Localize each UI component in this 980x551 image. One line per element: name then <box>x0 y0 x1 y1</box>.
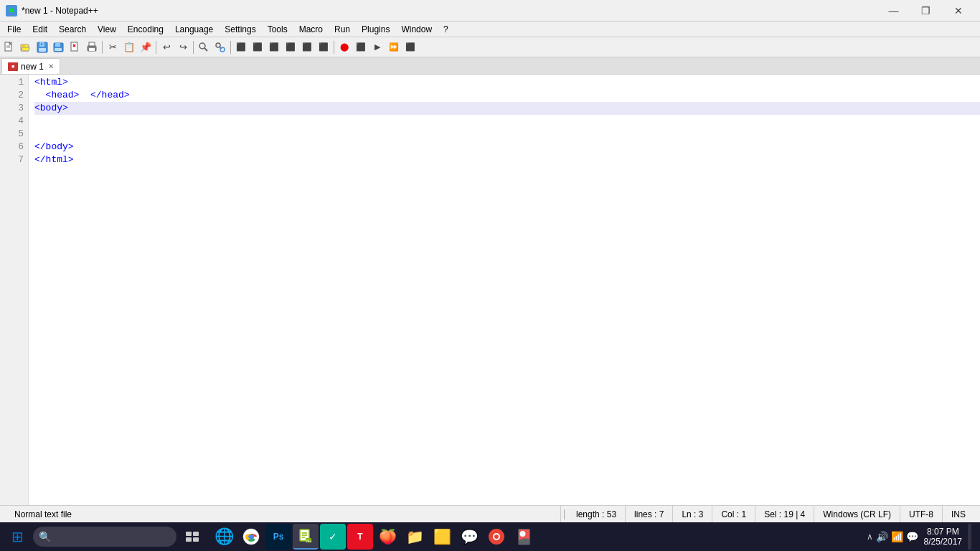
app-icon: N <box>6 5 17 17</box>
svg-point-19 <box>199 43 205 49</box>
bookmark-button[interactable]: ⬛ <box>316 39 331 55</box>
macro-save-button[interactable]: ⬛ <box>402 39 418 55</box>
taskbar-app-sticky[interactable]: 🟨 <box>429 524 455 550</box>
taskbar-app-red[interactable]: T <box>347 524 373 550</box>
redo-button[interactable]: ↪ <box>175 39 191 55</box>
cut-button[interactable]: ✂ <box>105 39 121 55</box>
macro-play-button[interactable]: ▶ <box>369 39 385 55</box>
show-desktop-button[interactable] <box>968 524 971 550</box>
tab-close-button[interactable]: ✕ <box>48 62 54 70</box>
save-button[interactable] <box>34 39 50 55</box>
svg-rect-9 <box>41 43 42 45</box>
menu-help[interactable]: ? <box>438 23 454 36</box>
menu-window[interactable]: Window <box>395 23 438 36</box>
wrap-button[interactable]: ⬛ <box>266 39 282 55</box>
macro-run-multi-button[interactable]: ⏩ <box>386 39 402 55</box>
svg-rect-18 <box>89 42 95 46</box>
taskbar-app-chat[interactable]: 💬 <box>456 524 482 550</box>
status-ins: INS <box>943 506 974 522</box>
new-file-button[interactable] <box>1 39 17 55</box>
taskbar-system-icons: ∧ 🔊 📶 💬 <box>867 531 918 542</box>
separator-3 <box>193 41 194 54</box>
menu-search[interactable]: Search <box>53 23 92 36</box>
taskbar: ⊞ 🔍 🌐 Ps N+ ✓ T 🍑 📁 <box>0 522 980 551</box>
minimize-button[interactable]: — <box>877 0 910 22</box>
code-line-3: <body> <box>34 102 980 115</box>
speaker-icon[interactable]: 🔊 <box>876 531 888 542</box>
code-editor[interactable]: <html> <head> </head> <body> </body> </h… <box>29 75 980 505</box>
zoom-in-button[interactable]: ⬛ <box>233 39 249 55</box>
status-sep1 <box>564 509 565 519</box>
task-view-button[interactable] <box>178 524 207 550</box>
taskbar-clock[interactable]: 8:07 PM 8/25/2017 <box>924 527 962 547</box>
taskbar-app-explorer[interactable]: 📁 <box>402 524 428 550</box>
print-button[interactable] <box>84 39 100 55</box>
taskbar-app-chrome[interactable] <box>238 524 264 550</box>
svg-point-23 <box>220 47 225 52</box>
tab-icon: ■ <box>8 62 18 71</box>
toolbar: ✂ 📋 📌 ↩ ↪ ⬛ ⬛ ⬛ ⬛ ⬛ ⬛ ⬤ ⬛ ▶ ⏩ ⬛ <box>0 37 980 57</box>
maximize-button[interactable]: ❐ <box>910 0 942 22</box>
status-ln: Ln : 3 <box>673 506 712 522</box>
window-controls: — ❐ ✕ <box>877 0 974 22</box>
close-tab-button[interactable] <box>67 39 83 55</box>
menu-encoding[interactable]: Encoding <box>122 23 169 36</box>
svg-rect-17 <box>89 48 95 51</box>
menu-edit[interactable]: Edit <box>27 23 53 36</box>
editor-container: 1 2 3 4 5 6 7 <html> <head> </head> <bod… <box>0 75 980 505</box>
replace-button[interactable] <box>212 39 228 55</box>
menu-plugins[interactable]: Plugins <box>356 23 395 36</box>
menu-language[interactable]: Language <box>169 23 219 36</box>
start-button[interactable]: ⊞ <box>3 524 32 550</box>
menu-settings[interactable]: Settings <box>219 23 261 36</box>
menu-bar: File Edit Search View Encoding Language … <box>0 22 980 37</box>
code-line-1: <html> <box>34 76 980 89</box>
indent-button[interactable]: ⬛ <box>283 39 298 55</box>
action-center-icon[interactable]: 💬 <box>906 531 918 542</box>
taskbar-app-notepadpp[interactable]: N+ <box>293 524 319 550</box>
tab-new1[interactable]: ■ new 1 ✕ <box>1 58 60 74</box>
taskbar-search[interactable]: 🔍 <box>33 527 176 547</box>
code-line-5 <box>34 128 980 141</box>
menu-run[interactable]: Run <box>329 23 356 36</box>
menu-file[interactable]: File <box>1 23 27 36</box>
taskbar-app-browser2[interactable] <box>484 524 509 550</box>
paste-button[interactable]: 📌 <box>138 39 154 55</box>
macro-stop-button[interactable]: ⬛ <box>353 39 369 55</box>
line-num-1: 1 <box>0 76 28 89</box>
save-all-button[interactable] <box>51 39 67 55</box>
status-sel: Sel : 19 | 4 <box>755 506 814 522</box>
line-num-3: 3 <box>0 102 28 115</box>
code-line-2: <head> </head> <box>34 89 980 102</box>
code-line-4 <box>34 115 980 128</box>
status-length: length : 53 <box>567 506 626 522</box>
taskbar-app-browser1[interactable]: 🌐 <box>211 524 237 550</box>
open-file-button[interactable] <box>18 39 34 55</box>
deindent-button[interactable]: ⬛ <box>299 39 315 55</box>
separator-2 <box>156 41 156 54</box>
taskbar-chevron-up[interactable]: ∧ <box>867 532 873 542</box>
tab-label: new 1 <box>21 62 44 72</box>
find-button[interactable] <box>196 39 212 55</box>
taskbar-app-green[interactable]: ✓ <box>320 524 346 550</box>
separator-5 <box>334 41 334 54</box>
menu-macro[interactable]: Macro <box>293 23 329 36</box>
line-num-4: 4 <box>0 115 28 128</box>
code-line-6: </body> <box>34 141 980 154</box>
menu-view[interactable]: View <box>92 23 122 36</box>
svg-rect-8 <box>39 48 46 52</box>
svg-rect-5 <box>21 45 25 47</box>
title-bar-left: N *new 1 - Notepad++ <box>6 5 98 17</box>
taskbar-app-pink[interactable]: 🍑 <box>374 524 400 550</box>
undo-button[interactable]: ↩ <box>159 39 174 55</box>
taskbar-app-photoshop[interactable]: Ps <box>265 524 291 550</box>
zoom-out-button[interactable]: ⬛ <box>250 39 265 55</box>
close-button[interactable]: ✕ <box>942 0 974 22</box>
svg-rect-27 <box>193 537 199 542</box>
menu-tools[interactable]: Tools <box>262 23 293 36</box>
macro-rec-button[interactable]: ⬤ <box>336 39 352 55</box>
svg-text:N+: N+ <box>306 539 312 543</box>
taskbar-app-last[interactable]: 🎴 <box>511 524 537 550</box>
network-icon[interactable]: 📶 <box>891 531 903 542</box>
copy-button[interactable]: 📋 <box>121 39 137 55</box>
